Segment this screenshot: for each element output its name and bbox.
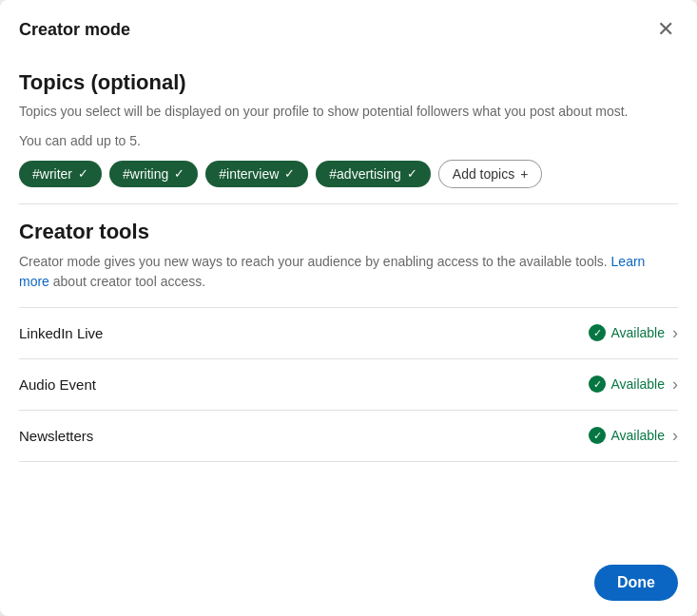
creator-tools-title: Creator tools bbox=[19, 220, 678, 244]
topic-check-interview: ✓ bbox=[284, 166, 295, 181]
close-icon: ✕ bbox=[657, 19, 674, 40]
topics-section-title: Topics (optional) bbox=[19, 70, 678, 95]
available-label-newsletters: Available bbox=[610, 428, 665, 443]
topic-label-writing: #writing bbox=[123, 166, 168, 182]
creator-tools-desc-part1: Creator mode gives you new ways to reach… bbox=[19, 254, 608, 269]
creator-tools-desc-part2: about creator tool access. bbox=[53, 274, 205, 289]
chevron-right-linkedin-live: › bbox=[672, 323, 678, 343]
topic-label-interview: #interview bbox=[219, 166, 279, 182]
topics-description: Topics you select will be displayed on y… bbox=[19, 103, 678, 122]
creator-mode-modal: Creator mode ✕ Topics (optional) Topics … bbox=[0, 0, 697, 616]
topic-tag-writer[interactable]: #writer ✓ bbox=[19, 161, 102, 187]
tool-right-linkedin-live: ✓ Available › bbox=[589, 323, 678, 343]
plus-icon: + bbox=[520, 166, 528, 182]
topic-label-writer: #writer bbox=[32, 166, 72, 182]
section-divider bbox=[19, 203, 678, 204]
modal-header: Creator mode ✕ bbox=[0, 0, 697, 55]
tools-list: LinkedIn Live ✓ Available › Audio Event … bbox=[19, 307, 678, 462]
topic-check-writer: ✓ bbox=[78, 166, 88, 181]
add-topics-label: Add topics bbox=[453, 166, 514, 182]
add-limit-text: You can add up to 5. bbox=[19, 133, 678, 148]
topics-container: #writer ✓ #writing ✓ #interview ✓ #adver… bbox=[19, 160, 678, 188]
chevron-right-newsletters: › bbox=[672, 426, 678, 446]
tool-name-newsletters: Newsletters bbox=[19, 428, 93, 444]
available-badge-audio-event: ✓ Available bbox=[589, 375, 665, 393]
topic-check-writing: ✓ bbox=[174, 166, 184, 181]
modal-body: Topics (optional) Topics you select will… bbox=[0, 55, 697, 549]
tool-item-newsletters[interactable]: Newsletters ✓ Available › bbox=[19, 411, 678, 462]
modal-title: Creator mode bbox=[19, 20, 130, 40]
available-badge-linkedin-live: ✓ Available bbox=[589, 324, 665, 341]
check-circle-audio-event: ✓ bbox=[589, 375, 606, 393]
check-circle-newsletters: ✓ bbox=[589, 427, 606, 444]
topic-tag-writing[interactable]: #writing ✓ bbox=[109, 161, 198, 187]
creator-tools-description: Creator mode gives you new ways to reach… bbox=[19, 252, 678, 292]
tool-item-linkedin-live[interactable]: LinkedIn Live ✓ Available › bbox=[19, 308, 678, 359]
tool-name-linkedin-live: LinkedIn Live bbox=[19, 325, 103, 341]
tool-item-audio-event[interactable]: Audio Event ✓ Available › bbox=[19, 359, 678, 411]
tool-right-audio-event: ✓ Available › bbox=[589, 375, 678, 395]
available-badge-newsletters: ✓ Available bbox=[589, 427, 665, 444]
topic-tag-interview[interactable]: #interview ✓ bbox=[205, 161, 308, 187]
tool-right-newsletters: ✓ Available › bbox=[589, 426, 678, 446]
topic-label-advertising: #advertising bbox=[329, 166, 401, 182]
modal-footer: Done bbox=[0, 549, 697, 616]
check-circle-linkedin-live: ✓ bbox=[589, 324, 606, 341]
close-button[interactable]: ✕ bbox=[653, 15, 678, 44]
topic-tag-advertising[interactable]: #advertising ✓ bbox=[316, 161, 431, 187]
topic-check-advertising: ✓ bbox=[407, 166, 417, 181]
add-topics-button[interactable]: Add topics + bbox=[438, 160, 543, 188]
tool-name-audio-event: Audio Event bbox=[19, 376, 96, 393]
chevron-right-audio-event: › bbox=[672, 375, 678, 395]
available-label-linkedin-live: Available bbox=[610, 325, 665, 340]
available-label-audio-event: Available bbox=[610, 376, 665, 392]
done-button[interactable]: Done bbox=[594, 565, 678, 601]
done-label: Done bbox=[617, 574, 655, 590]
